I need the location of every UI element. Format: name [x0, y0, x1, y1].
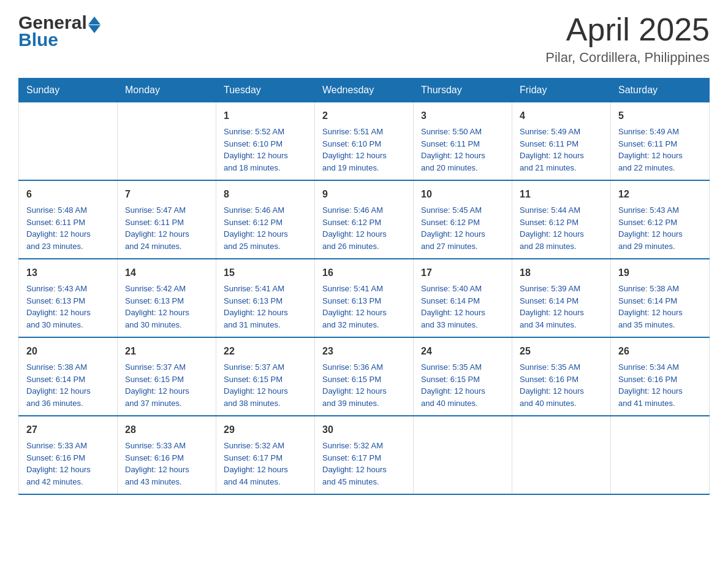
calendar-week-1: 1Sunrise: 5:52 AM Sunset: 6:10 PM Daylig… — [19, 102, 710, 181]
calendar-cell: 11Sunrise: 5:44 AM Sunset: 6:12 PM Dayli… — [512, 180, 611, 259]
day-info: Sunrise: 5:39 AM Sunset: 6:14 PM Dayligh… — [520, 283, 603, 331]
day-number: 17 — [421, 266, 504, 280]
day-number: 12 — [618, 187, 702, 202]
day-number: 13 — [26, 266, 110, 280]
day-number: 9 — [322, 187, 406, 202]
calendar-cell: 27Sunrise: 5:33 AM Sunset: 6:16 PM Dayli… — [19, 416, 118, 494]
day-number: 6 — [26, 187, 110, 202]
day-number: 11 — [520, 187, 603, 202]
day-number: 29 — [224, 423, 307, 437]
calendar-cell: 26Sunrise: 5:34 AM Sunset: 6:16 PM Dayli… — [611, 337, 710, 416]
day-info: Sunrise: 5:40 AM Sunset: 6:14 PM Dayligh… — [421, 283, 504, 331]
calendar-cell: 30Sunrise: 5:32 AM Sunset: 6:17 PM Dayli… — [315, 416, 414, 494]
day-number: 26 — [618, 344, 702, 359]
weekday-header-thursday: Thursday — [414, 79, 512, 102]
day-number: 15 — [224, 266, 307, 280]
day-number: 14 — [125, 266, 208, 280]
logo: General Blue — [18, 12, 100, 50]
day-info: Sunrise: 5:47 AM Sunset: 6:11 PM Dayligh… — [125, 204, 208, 252]
calendar-cell — [414, 416, 512, 494]
calendar-week-5: 27Sunrise: 5:33 AM Sunset: 6:16 PM Dayli… — [19, 416, 710, 494]
weekday-header-sunday: Sunday — [19, 79, 118, 102]
day-number: 3 — [421, 109, 504, 123]
calendar-cell: 16Sunrise: 5:41 AM Sunset: 6:13 PM Dayli… — [315, 259, 414, 337]
calendar-cell: 8Sunrise: 5:46 AM Sunset: 6:12 PM Daylig… — [216, 180, 315, 259]
day-info: Sunrise: 5:32 AM Sunset: 6:17 PM Dayligh… — [224, 440, 307, 488]
calendar-header-row: SundayMondayTuesdayWednesdayThursdayFrid… — [19, 79, 710, 102]
day-info: Sunrise: 5:49 AM Sunset: 6:11 PM Dayligh… — [618, 126, 702, 174]
calendar-cell: 4Sunrise: 5:49 AM Sunset: 6:11 PM Daylig… — [512, 102, 611, 181]
calendar-cell: 1Sunrise: 5:52 AM Sunset: 6:10 PM Daylig… — [216, 102, 315, 181]
day-info: Sunrise: 5:36 AM Sunset: 6:15 PM Dayligh… — [322, 361, 406, 409]
day-info: Sunrise: 5:38 AM Sunset: 6:14 PM Dayligh… — [618, 283, 702, 331]
day-info: Sunrise: 5:34 AM Sunset: 6:16 PM Dayligh… — [618, 361, 702, 409]
day-info: Sunrise: 5:44 AM Sunset: 6:12 PM Dayligh… — [520, 204, 603, 252]
day-info: Sunrise: 5:42 AM Sunset: 6:13 PM Dayligh… — [125, 283, 208, 331]
location-title: Pilar, Cordillera, Philippines — [545, 50, 710, 66]
day-number: 10 — [421, 187, 504, 202]
day-number: 24 — [421, 344, 504, 359]
day-info: Sunrise: 5:35 AM Sunset: 6:15 PM Dayligh… — [421, 361, 504, 409]
day-info: Sunrise: 5:41 AM Sunset: 6:13 PM Dayligh… — [322, 283, 406, 331]
day-number: 1 — [224, 109, 307, 123]
day-number: 7 — [125, 187, 208, 202]
calendar-cell: 19Sunrise: 5:38 AM Sunset: 6:14 PM Dayli… — [611, 259, 710, 337]
calendar-cell: 14Sunrise: 5:42 AM Sunset: 6:13 PM Dayli… — [118, 259, 216, 337]
calendar-cell — [512, 416, 611, 494]
month-title: April 2025 — [545, 12, 710, 47]
calendar-cell: 13Sunrise: 5:43 AM Sunset: 6:13 PM Dayli… — [19, 259, 118, 337]
day-number: 18 — [520, 266, 603, 280]
day-number: 23 — [322, 344, 406, 359]
logo-blue-text: Blue — [18, 29, 58, 50]
calendar-table: SundayMondayTuesdayWednesdayThursdayFrid… — [18, 78, 710, 495]
day-info: Sunrise: 5:49 AM Sunset: 6:11 PM Dayligh… — [520, 126, 603, 174]
day-number: 30 — [322, 423, 406, 437]
day-info: Sunrise: 5:51 AM Sunset: 6:10 PM Dayligh… — [322, 126, 406, 174]
calendar-cell — [611, 416, 710, 494]
day-number: 22 — [224, 344, 307, 359]
calendar-cell: 7Sunrise: 5:47 AM Sunset: 6:11 PM Daylig… — [118, 180, 216, 259]
calendar-cell: 15Sunrise: 5:41 AM Sunset: 6:13 PM Dayli… — [216, 259, 315, 337]
title-area: April 2025 Pilar, Cordillera, Philippine… — [545, 12, 710, 66]
weekday-header-tuesday: Tuesday — [216, 79, 315, 102]
calendar-week-4: 20Sunrise: 5:38 AM Sunset: 6:14 PM Dayli… — [19, 337, 710, 416]
calendar-cell: 29Sunrise: 5:32 AM Sunset: 6:17 PM Dayli… — [216, 416, 315, 494]
calendar-cell: 3Sunrise: 5:50 AM Sunset: 6:11 PM Daylig… — [414, 102, 512, 181]
calendar-cell: 23Sunrise: 5:36 AM Sunset: 6:15 PM Dayli… — [315, 337, 414, 416]
weekday-header-friday: Friday — [512, 79, 611, 102]
day-info: Sunrise: 5:33 AM Sunset: 6:16 PM Dayligh… — [26, 440, 110, 488]
day-number: 19 — [618, 266, 702, 280]
day-number: 27 — [26, 423, 110, 437]
day-number: 8 — [224, 187, 307, 202]
day-info: Sunrise: 5:52 AM Sunset: 6:10 PM Dayligh… — [224, 126, 307, 174]
page-header: General Blue April 2025 Pilar, Cordiller… — [18, 12, 710, 66]
calendar-cell: 5Sunrise: 5:49 AM Sunset: 6:11 PM Daylig… — [611, 102, 710, 181]
day-info: Sunrise: 5:37 AM Sunset: 6:15 PM Dayligh… — [125, 361, 208, 409]
calendar-cell: 24Sunrise: 5:35 AM Sunset: 6:15 PM Dayli… — [414, 337, 512, 416]
day-info: Sunrise: 5:43 AM Sunset: 6:12 PM Dayligh… — [618, 204, 702, 252]
calendar-cell: 12Sunrise: 5:43 AM Sunset: 6:12 PM Dayli… — [611, 180, 710, 259]
day-info: Sunrise: 5:32 AM Sunset: 6:17 PM Dayligh… — [322, 440, 406, 488]
weekday-header-monday: Monday — [118, 79, 216, 102]
calendar-cell: 6Sunrise: 5:48 AM Sunset: 6:11 PM Daylig… — [19, 180, 118, 259]
day-number: 5 — [618, 109, 702, 123]
calendar-cell: 18Sunrise: 5:39 AM Sunset: 6:14 PM Dayli… — [512, 259, 611, 337]
calendar-cell: 22Sunrise: 5:37 AM Sunset: 6:15 PM Dayli… — [216, 337, 315, 416]
weekday-header-saturday: Saturday — [611, 79, 710, 102]
calendar-cell: 17Sunrise: 5:40 AM Sunset: 6:14 PM Dayli… — [414, 259, 512, 337]
calendar-week-2: 6Sunrise: 5:48 AM Sunset: 6:11 PM Daylig… — [19, 180, 710, 259]
day-number: 16 — [322, 266, 406, 280]
day-number: 20 — [26, 344, 110, 359]
calendar-week-3: 13Sunrise: 5:43 AM Sunset: 6:13 PM Dayli… — [19, 259, 710, 337]
day-info: Sunrise: 5:37 AM Sunset: 6:15 PM Dayligh… — [224, 361, 307, 409]
logo-icon: General Blue — [18, 12, 100, 50]
day-number: 4 — [520, 109, 603, 123]
day-info: Sunrise: 5:35 AM Sunset: 6:16 PM Dayligh… — [520, 361, 603, 409]
weekday-header-wednesday: Wednesday — [315, 79, 414, 102]
calendar-cell: 28Sunrise: 5:33 AM Sunset: 6:16 PM Dayli… — [118, 416, 216, 494]
day-info: Sunrise: 5:50 AM Sunset: 6:11 PM Dayligh… — [421, 126, 504, 174]
calendar-cell: 2Sunrise: 5:51 AM Sunset: 6:10 PM Daylig… — [315, 102, 414, 181]
day-number: 2 — [322, 109, 406, 123]
day-info: Sunrise: 5:46 AM Sunset: 6:12 PM Dayligh… — [322, 204, 406, 252]
calendar-cell: 9Sunrise: 5:46 AM Sunset: 6:12 PM Daylig… — [315, 180, 414, 259]
